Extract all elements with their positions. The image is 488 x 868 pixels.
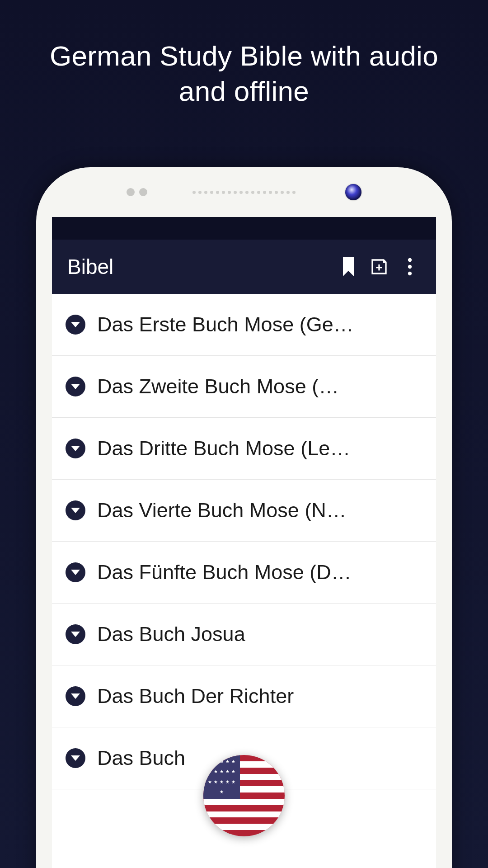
chevron-down-icon (66, 439, 85, 458)
add-note-icon[interactable] (368, 256, 390, 278)
book-item[interactable]: Das Fünfte Buch Mose (D… (52, 542, 436, 604)
flag-us-icon[interactable]: ★★★★ ★★★★ ★★★★ ★★★★ (203, 755, 285, 836)
phone-top-hardware (36, 167, 452, 217)
svg-point-4 (408, 272, 412, 275)
hero-title: German Study Bible with audio and offlin… (0, 0, 488, 108)
app-bar: Bibel (52, 240, 436, 294)
sensor-dots (127, 188, 147, 196)
book-item[interactable]: Das Vierte Buch Mose (N… (52, 480, 436, 542)
book-label: Das Vierte Buch Mose (N… (97, 499, 422, 522)
chevron-down-icon (66, 562, 85, 582)
book-label: Das Zweite Buch Mose (… (97, 375, 422, 398)
book-item[interactable]: Das Dritte Buch Mose (Le… (52, 418, 436, 480)
book-item[interactable]: Das Buch Josua (52, 604, 436, 665)
book-label: Das Erste Buch Mose (Ge… (97, 313, 422, 336)
svg-point-3 (408, 265, 412, 269)
chevron-down-icon (66, 500, 85, 520)
book-item[interactable]: Das Erste Buch Mose (Ge… (52, 294, 436, 356)
book-label: Das Fünfte Buch Mose (D… (97, 561, 422, 584)
speaker-grille (192, 191, 296, 194)
book-label: Das Buch Der Richter (97, 684, 422, 708)
chevron-down-icon (66, 748, 85, 768)
bookmark-icon[interactable] (338, 256, 359, 278)
chevron-down-icon (66, 377, 85, 396)
chevron-down-icon (66, 315, 85, 335)
more-vertical-icon[interactable] (399, 256, 421, 278)
book-item[interactable]: Das Zweite Buch Mose (… (52, 356, 436, 418)
svg-point-2 (408, 258, 412, 262)
chevron-down-icon (66, 624, 85, 644)
app-title: Bibel (67, 255, 328, 279)
book-label: Das Dritte Buch Mose (Le… (97, 437, 422, 460)
status-bar (52, 217, 436, 240)
front-camera (345, 184, 361, 200)
book-label: Das Buch Josua (97, 623, 422, 646)
chevron-down-icon (66, 686, 85, 706)
book-item[interactable]: Das Buch Der Richter (52, 665, 436, 727)
